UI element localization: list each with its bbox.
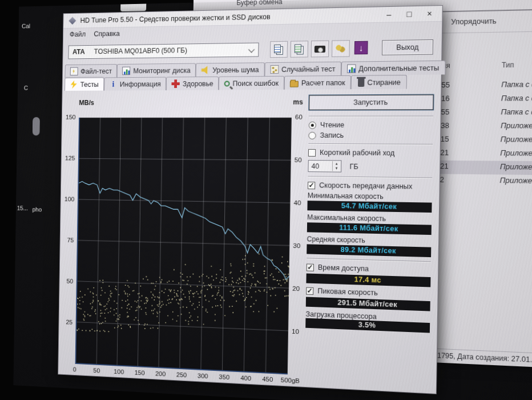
monitor-chart-icon — [122, 67, 130, 75]
tab-info[interactable]: Информация — [104, 77, 167, 91]
divider — [309, 116, 433, 117]
control-panel: Запустить Чтение Запись Короткий рабочий… — [305, 95, 433, 333]
app-icon — [68, 17, 76, 25]
copy-text-icon — [295, 44, 301, 53]
dice-icon — [270, 65, 279, 74]
benchmark-pane: MB/s ms 150125100755025 605040302010 050… — [58, 90, 441, 395]
status-text: 0.1795, Дата создания: 27.01.2020 14:08, — [431, 351, 532, 366]
tab-health[interactable]: Здоровье — [166, 77, 219, 90]
max-speed-value: 111.6 Мбайт/сек — [307, 222, 432, 235]
burst-rate-checkbox[interactable] — [306, 287, 313, 294]
file-test-icon — [70, 67, 78, 76]
magnifier-icon — [224, 81, 230, 86]
left-axis-ticks: 150125100755025 — [58, 118, 76, 364]
copy-text-button[interactable] — [291, 41, 308, 57]
benchmark-chart — [75, 118, 292, 375]
desktop-icon-c[interactable]: C — [24, 82, 55, 91]
benchmark-plot — [76, 118, 291, 374]
right-axis-ticks: 605040302010 — [290, 118, 309, 375]
access-time-checkbox[interactable] — [307, 263, 314, 271]
divider — [307, 258, 431, 262]
screenshot-button[interactable] — [311, 41, 329, 58]
divider — [308, 176, 432, 178]
info-icon — [109, 80, 117, 89]
camera-icon — [315, 46, 325, 53]
min-speed-value: 54.7 Мбайт/сек — [307, 201, 432, 213]
avg-speed-value: 89.2 Мбайт/сек — [307, 244, 431, 257]
tab-random-test[interactable]: Случайный тест — [264, 62, 341, 76]
left-axis-title: MB/s — [79, 99, 94, 107]
transfer-rate-checkbox[interactable] — [308, 182, 315, 189]
drive-select[interactable]: ATA TOSHIBA MQ01ABF0 (500 ГБ) — [68, 43, 259, 59]
trash-icon — [358, 78, 365, 87]
exit-button[interactable]: Выход — [382, 39, 433, 55]
background-window-fragment — [120, 4, 146, 12]
minimize-button[interactable]: – — [379, 7, 400, 23]
desktop-decoration — [33, 117, 40, 135]
donate-button[interactable] — [332, 40, 350, 57]
tab-erase[interactable]: Стирание — [351, 75, 407, 89]
menu-file[interactable]: Файл — [70, 30, 86, 38]
maximize-button[interactable]: □ — [399, 6, 420, 22]
hdtune-window: HD Tune Pro 5.50 - Средство проверки жес… — [58, 5, 443, 394]
tab-folder-usage[interactable]: Расчет папок — [284, 75, 351, 90]
right-axis-title: ms — [293, 98, 303, 106]
photo-of-screen: Cal C 15... pho Буфер обмена Упорядочить… — [0, 0, 532, 400]
column-header-type[interactable]: Тип — [502, 61, 514, 69]
tab-error-scan[interactable]: Поиск ошибок — [219, 76, 284, 90]
chevron-down-icon — [248, 46, 255, 53]
copy-icon — [274, 45, 281, 53]
desktop-icon-calc[interactable]: Cal — [22, 20, 53, 29]
menu-help[interactable]: Справка — [94, 30, 120, 38]
tab-file-test[interactable]: Файл-тест — [65, 64, 118, 78]
lightning-icon — [70, 81, 78, 89]
read-radio[interactable] — [309, 121, 316, 129]
organize-button[interactable]: Упорядочить — [451, 17, 497, 26]
avg-speed-metric: Средняя скорость 89.2 Мбайт/сек — [307, 235, 431, 257]
tab-strip: Файл-тест Мониторинг диска Уровень шума … — [63, 61, 442, 92]
ribbon-group-label: Буфер обмена — [236, 0, 283, 7]
start-button[interactable]: Запустить — [309, 95, 433, 110]
stepper-arrows-icon[interactable]: ▲▼ — [332, 161, 340, 171]
tab-extra-tests[interactable]: Дополнительные тесты — [341, 61, 445, 75]
divider — [308, 143, 433, 145]
short-stroke-checkbox[interactable] — [308, 149, 316, 156]
folder-icon — [290, 81, 299, 87]
short-stroke-size-input[interactable]: 40 ▲▼ — [308, 160, 341, 173]
tab-noise-level[interactable]: Уровень шума — [196, 62, 264, 77]
extra-tests-icon — [347, 65, 356, 73]
copy-image-button[interactable] — [270, 41, 288, 58]
close-button[interactable]: × — [419, 6, 440, 22]
coins-icon — [336, 45, 345, 52]
download-arrow-icon — [354, 41, 368, 55]
tab-disk-monitor[interactable]: Мониторинг диска — [117, 63, 196, 78]
save-button[interactable] — [353, 40, 371, 57]
write-radio[interactable] — [308, 131, 316, 139]
tab-benchmark[interactable]: Тесты — [65, 77, 104, 91]
speaker-icon — [201, 66, 210, 74]
health-cross-icon — [172, 79, 180, 88]
min-speed-metric: Минимальная скорость 54.7 Мбайт/сек — [307, 191, 432, 213]
desktop: Cal C 15... pho Буфер обмена Упорядочить… — [13, 0, 532, 400]
max-speed-metric: Максимальная скорость 111.6 Мбайт/сек — [307, 213, 432, 235]
desktop-icon-pho[interactable]: pho — [33, 204, 64, 213]
window-title: HD Tune Pro 5.50 - Средство проверки жес… — [80, 13, 271, 24]
access-time-value: 17.4 мс — [306, 273, 430, 287]
burst-rate-value: 291.5 Мбайт/сек — [306, 297, 430, 311]
